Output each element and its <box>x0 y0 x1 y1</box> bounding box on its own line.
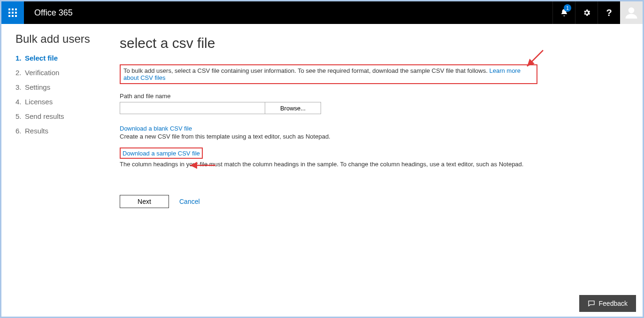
notifications-button[interactable]: 1 <box>552 1 575 24</box>
info-text: To bulk add users, select a CSV file con… <box>123 67 489 74</box>
svg-rect-1 <box>12 8 14 10</box>
sample-callout: Download a sample CSV file <box>120 147 203 159</box>
download-blank-link[interactable]: Download a blank CSV file <box>120 125 192 132</box>
main-panel: select a csv file To bulk add users, sel… <box>107 32 643 317</box>
gear-icon <box>583 8 591 17</box>
svg-rect-0 <box>8 8 10 10</box>
step-verification[interactable]: 2.Verification <box>15 69 107 77</box>
info-callout: To bulk add users, select a CSV file con… <box>120 64 537 84</box>
download-sample-link[interactable]: Download a sample CSV file <box>123 150 200 157</box>
svg-rect-7 <box>12 15 14 17</box>
next-button[interactable]: Next <box>120 195 169 208</box>
user-avatar[interactable] <box>620 1 643 24</box>
wizard-sidebar: Bulk add users 1.Select file 2.Verificat… <box>1 32 107 317</box>
brand-title: Office 365 <box>24 1 552 24</box>
browse-button[interactable]: Browse... <box>265 102 321 114</box>
step-send-results[interactable]: 5.Send results <box>15 112 107 120</box>
button-row: Next Cancel <box>120 195 624 208</box>
wizard-steps: 1.Select file 2.Verification 3.Settings … <box>15 54 107 135</box>
svg-point-9 <box>629 8 635 14</box>
notification-badge: 1 <box>564 4 571 12</box>
svg-rect-2 <box>15 8 17 10</box>
waffle-icon <box>8 8 17 17</box>
step-settings[interactable]: 3.Settings <box>15 83 107 91</box>
svg-rect-4 <box>12 12 14 14</box>
step-results[interactable]: 6.Results <box>15 127 107 135</box>
help-icon: ? <box>606 8 612 18</box>
step-select-file[interactable]: 1.Select file <box>15 54 107 62</box>
main-heading: select a csv file <box>120 35 624 51</box>
file-select-row: Browse... <box>120 102 624 114</box>
help-button[interactable]: ? <box>598 1 620 24</box>
feedback-button[interactable]: Feedback <box>579 295 636 312</box>
feedback-label: Feedback <box>599 300 628 307</box>
svg-rect-3 <box>8 12 10 14</box>
cancel-link[interactable]: Cancel <box>179 198 200 205</box>
svg-line-10 <box>527 50 543 66</box>
content-area: Bulk add users 1.Select file 2.Verificat… <box>1 24 643 317</box>
file-path-input[interactable] <box>120 102 265 114</box>
settings-button[interactable] <box>575 1 598 24</box>
path-label: Path and file name <box>120 93 624 100</box>
topbar-right: 1 ? <box>552 1 643 24</box>
svg-rect-5 <box>15 12 17 14</box>
blank-desc: Create a new CSV file from this template… <box>120 133 624 140</box>
step-licenses[interactable]: 4.Licenses <box>15 98 107 106</box>
sample-desc: The column headings in your file must ma… <box>120 161 624 168</box>
app-launcher-button[interactable] <box>1 1 24 24</box>
svg-rect-6 <box>8 15 10 17</box>
person-icon <box>624 6 638 20</box>
page-title: Bulk add users <box>15 32 107 46</box>
svg-rect-8 <box>15 15 17 17</box>
top-bar: Office 365 1 ? <box>1 1 643 24</box>
feedback-icon <box>588 300 595 307</box>
